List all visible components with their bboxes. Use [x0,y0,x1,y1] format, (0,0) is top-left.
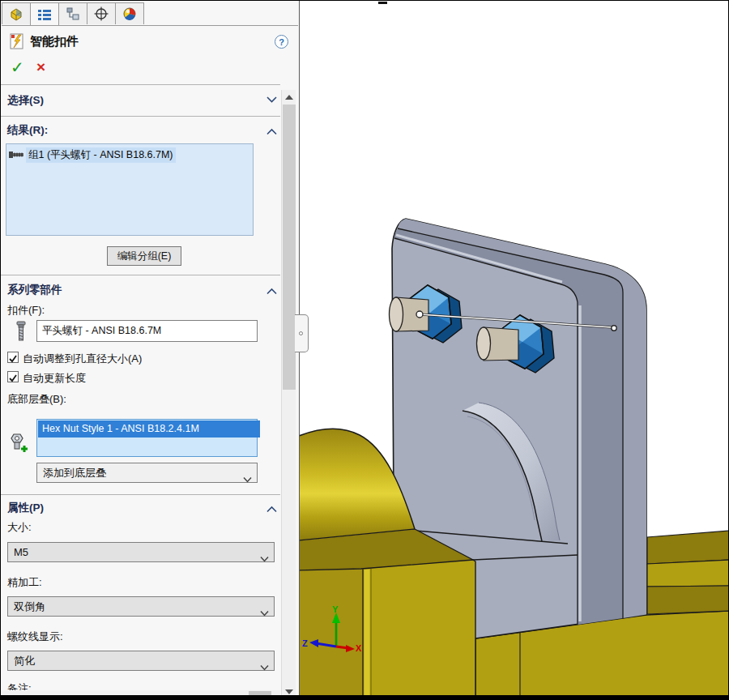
divider [1,494,280,495]
displaymanager-icon [122,6,138,21]
ok-button[interactable]: ✓ [11,58,24,77]
scroll-up-icon[interactable] [285,95,293,100]
finish-value: 双倒角 [14,600,45,612]
graphics-viewport[interactable]: Y Z X 大小: M5 [300,1,729,699]
thread-display-value: 简化 [14,655,35,667]
x-axis-label: X [356,643,362,653]
auto-size-label: 自动调整到孔直径大小(A) [23,352,142,366]
tab-displaymanager[interactable] [115,2,144,24]
chevron-down-icon [260,604,269,622]
dimxpert-icon [93,6,109,21]
chevron-down-icon[interactable] [266,92,277,106]
y-axis-label: Y [332,604,339,614]
grip-dot [299,331,303,335]
thread-display-label: 螺纹线显示: [7,630,63,644]
help-icon[interactable]: ? [275,35,288,49]
chevron-down-icon [260,658,269,677]
section-results[interactable]: 结果(R): [7,123,48,138]
chevron-down-icon [243,470,252,489]
manager-tabs [2,2,298,26]
stud-lower[interactable] [477,327,519,361]
window-bottom-border [1,695,729,700]
add-nut-icon [9,431,28,453]
size-dropdown[interactable]: M5 [7,542,275,562]
scroll-down-icon[interactable] [285,689,293,694]
size-value: M5 [14,546,28,558]
z-axis-label: Z [302,638,308,648]
results-listbox[interactable]: 组1 (平头螺钉 - ANSI B18.6.7M) [6,143,254,236]
fastener-label: 扣件(F): [7,303,45,318]
section-series-parts[interactable]: 系列零部件 [7,283,62,297]
fastener-input[interactable]: 平头螺钉 - ANSI B18.6.7M [36,320,258,342]
result-item-label: 组1 (平头螺钉 - ANSI B18.6.7M) [26,147,176,163]
list-item[interactable]: 组1 (平头螺钉 - ANSI B18.6.7M) [8,147,176,163]
divider [1,116,280,117]
scrollbar-thumb[interactable] [283,105,296,390]
featuremanager-icon [8,6,24,21]
edit-group-button[interactable]: 编辑分组(E) [107,246,181,266]
add-to-stack-value: 添加到底层叠 [43,467,106,479]
solidworks-window: Y Z X 大小: M5 [0,0,729,700]
property-manager-panel: 智能扣件 ? ✓ × 选择(S) 结果(R): 组1 (平头 [1,1,300,699]
auto-length-checkbox[interactable] [7,371,19,382]
model-scene: Y Z X [300,1,729,699]
chevron-up-icon[interactable] [266,502,277,516]
bottom-stack-listbox[interactable]: Hex Nut Style 1 - ANSI B18.2.4.1M [36,419,258,457]
configurationmanager-icon [65,6,81,21]
chevron-up-icon[interactable] [266,284,277,298]
smart-fastener-icon [9,32,27,53]
bolt-group-icon [8,149,26,160]
panel-vertical-scrollbar[interactable] [281,90,296,699]
tab-dimxpertmanager[interactable] [87,2,116,24]
finish-dropdown[interactable]: 双倒角 [7,596,275,617]
add-to-stack-dropdown[interactable]: 添加到底层叠 [36,463,258,483]
screw-icon [13,321,29,344]
viewport-top-mark [378,2,387,4]
tab-featuremanager[interactable] [2,2,31,24]
finish-label: 精加工: [7,575,42,590]
panel-title: 智能扣件 [30,34,79,49]
divider [1,275,280,275]
cancel-button[interactable]: × [36,58,45,76]
bottom-stack-label: 底部层叠(B): [7,392,66,407]
size-label: 大小: [7,520,32,535]
propertymanager-icon [36,7,53,22]
divider [1,84,280,85]
chevron-down-icon [260,549,269,568]
bottom-stack-selected-item[interactable]: Hex Nut Style 1 - ANSI B18.2.4.1M [38,420,260,438]
auto-size-checkbox[interactable] [7,352,19,363]
panel-splitter-grip[interactable] [295,314,309,352]
auto-length-label: 自动更新长度 [23,371,86,386]
section-selection[interactable]: 选择(S) [7,93,44,108]
section-properties[interactable]: 属性(P) [7,501,44,515]
thread-display-dropdown[interactable]: 简化 [7,651,275,671]
chevron-up-icon[interactable] [266,124,277,139]
tab-configurationmanager[interactable] [58,2,87,24]
tab-propertymanager[interactable] [30,2,59,25]
